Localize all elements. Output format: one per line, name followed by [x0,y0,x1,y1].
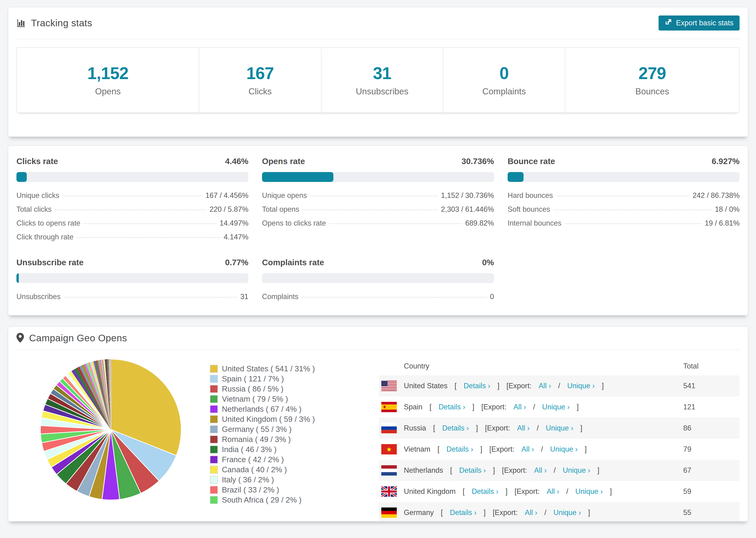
rate-row: Total opens2,303 / 61.446% [262,205,494,214]
rate-row-value: 0 [490,293,494,301]
stat-value: 167 [246,64,274,83]
export-unique-link[interactable]: Unique › [550,445,577,454]
rate-title: Bounce rate [508,157,555,166]
details-link[interactable]: Details › [459,466,486,475]
rate-head: Complaints rate0% [262,258,494,267]
rate-row: Total clicks220 / 5.87% [17,205,248,214]
slash: / [558,382,560,390]
export-unique-link[interactable]: Unique › [563,466,590,475]
dotted-leader [303,210,438,210]
country-name: Germany [404,509,434,517]
bracket: [ [429,403,432,411]
bracket: ] [484,509,486,517]
dotted-leader [63,196,202,196]
details-link[interactable]: Details › [464,382,490,390]
bracket: ] [602,382,604,390]
rate-head: Bounce rate6.927% [508,157,739,166]
export-prefix: [Export: [514,487,540,496]
export-prefix: [Export: [489,445,514,454]
export-basic-stats-button[interactable]: Export basic stats [659,16,739,30]
rate-row-label: Hard bounces [508,191,553,200]
legend-item-united-kingdom: United Kingdom ( 59 / 3% ) [210,414,336,424]
legend-item-united-states: United States ( 541 / 31% ) [210,364,336,374]
bracket: ] [577,403,579,411]
export-all-link[interactable]: All › [539,382,551,390]
dotted-leader [64,297,237,297]
rate-row-label: Unique clicks [17,191,59,200]
export-all-link[interactable]: All › [521,445,534,454]
stat-label: Clicks [248,86,272,96]
legend-label: Vietnam ( 79 / 5% ) [222,395,288,404]
rate-progress-fill [17,273,19,283]
bracket: ] [506,487,508,496]
flag-icon-us [381,381,397,391]
export-unique-link[interactable]: Unique › [542,403,569,411]
legend-label: Germany ( 55 / 3% ) [222,425,292,434]
stats-summary-row: 1,152Opens167Clicks31Unsubscribes0Compla… [17,47,739,113]
country-total: 541 [683,375,739,397]
details-link[interactable]: Details › [447,445,473,454]
legend-label: Russia ( 86 / 5% ) [222,385,283,394]
rate-row-label: Complaints [262,293,298,301]
rate-value: 30.736% [461,157,494,166]
pie-chart-svg [39,357,183,502]
stat-cell-bounces: 279Bounces [565,48,739,112]
details-link[interactable]: Details › [442,424,469,432]
stat-value: 279 [638,64,666,83]
export-all-link[interactable]: All › [525,509,537,517]
tracking-stats-card: Tracking stats Export basic stats 1,152O… [8,7,748,137]
export-unique-link[interactable]: Unique › [567,382,595,390]
rate-row-label: Opens to clicks rate [262,219,326,228]
bracket: ] [588,509,590,517]
export-all-link[interactable]: All › [513,403,526,411]
legend-label: Italy ( 36 / 2% ) [222,475,274,484]
legend-swatch [210,395,218,403]
stat-label: Bounces [635,86,669,96]
rate-row-value: 220 / 5.87% [210,205,248,214]
flag-icon-ru [381,423,397,433]
rate-row: Opens to clicks rate689.82% [262,219,494,228]
flag-icon-es [381,402,397,412]
country-name: Netherlands [404,466,443,475]
export-unique-link[interactable]: Unique › [553,509,581,517]
legend-item-netherlands: Netherlands ( 67 / 4% ) [210,404,336,414]
stat-value: 0 [500,64,509,83]
country-name: United States [404,382,448,390]
geo-table-row-es: Spain[Details ›][Export:All ›/Unique ›]1… [379,397,739,418]
export-all-link[interactable]: All › [547,487,559,496]
geo-table-row-gb: United Kingdom[Details ›][Export:All ›/U… [379,481,739,502]
legend-item-vietnam: Vietnam ( 79 / 5% ) [210,394,336,404]
rate-head: Clicks rate4.46% [17,157,248,166]
rate-row-value: 31 [241,293,248,301]
rate-value: 0% [482,258,494,267]
tracking-stats-title: Tracking stats [31,18,92,28]
details-link[interactable]: Details › [439,403,465,411]
bracket: [ [450,466,452,475]
rate-row: Unique opens1,152 / 30.736% [262,191,494,200]
rate-progress-track [508,172,739,182]
export-prefix: [Export: [502,466,527,475]
bracket: ] [497,382,499,390]
rate-value: 0.77% [225,258,248,267]
legend-item-india: India ( 46 / 3% ) [210,444,336,455]
dotted-leader [565,224,702,224]
details-link[interactable]: Details › [450,509,477,517]
legend-swatch [210,365,218,373]
export-unique-link[interactable]: Unique › [546,424,573,432]
legend-swatch [210,415,218,423]
country-name: Russia [404,424,426,432]
flag-icon-de [381,508,397,518]
rate-value: 6.927% [712,157,739,166]
export-all-link[interactable]: All › [534,466,547,475]
rate-title: Opens rate [262,157,305,166]
export-unique-link[interactable]: Unique › [575,487,603,496]
export-all-link[interactable]: All › [517,424,530,432]
rate-rows: Hard bounces242 / 86.738%Soft bounces18 … [508,191,739,228]
legend-label: India ( 46 / 3% ) [222,445,277,454]
slash: / [554,466,556,475]
details-link[interactable]: Details › [472,487,499,496]
stat-value: 31 [373,64,391,83]
rate-progress-fill [262,172,333,182]
rates-card: Clicks rate4.46%Unique clicks167 / 4.456… [8,145,748,315]
stat-cell-complaints: 0Complaints [443,48,565,112]
